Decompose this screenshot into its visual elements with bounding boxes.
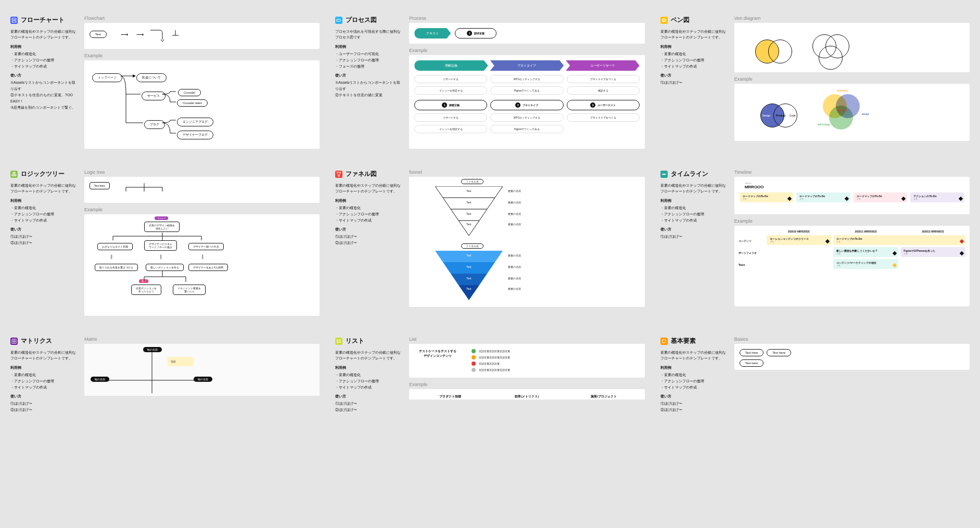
card-timeline: タイムライン 要素の構造化やステップの分岐に便利なフローチャートのテンプレートで…: [660, 170, 970, 316]
level: Text: [466, 201, 471, 204]
side: 要素の名前: [508, 212, 521, 215]
title: フローチャート: [21, 16, 65, 24]
card: ロードマップのTo-Doメモ: [833, 235, 965, 245]
dot-icon: [472, 349, 476, 353]
process-icon: [335, 17, 342, 24]
pill: プロトタイプをつくる: [567, 75, 640, 83]
preview-matrix: 軸の名前 軸の名前 軸の名前 項目: [84, 344, 320, 396]
level: Text: [466, 212, 471, 215]
card-venn: ベン図 要素の構造化やステップの分岐に便利なフローチャートのテンプレートです。 …: [660, 16, 970, 149]
label: design: [862, 112, 870, 115]
pill: Figmaでつくってみる: [490, 86, 563, 95]
pill: Text here: [740, 349, 764, 356]
example-label: Example: [84, 53, 320, 58]
top-label: Flowchart: [84, 16, 320, 21]
label: Business: [837, 89, 848, 92]
col: 202012 MRR900万: [900, 230, 965, 233]
title: プロセス図: [346, 16, 377, 24]
label: Code: [790, 114, 796, 117]
step: テキスト: [414, 28, 451, 38]
svg-rect-0: [12, 18, 16, 20]
step: 理解定義: [414, 60, 488, 71]
template-grid: フローチャート 要素の構造化やステップの分岐に便利なフローチャートのテンプレート…: [10, 16, 970, 413]
pill: イシューを特定する: [414, 125, 487, 133]
tree-icon: [10, 171, 18, 178]
card: ロードマップのTo-Doメモ: [796, 192, 850, 202]
dot-icon: [472, 362, 476, 366]
col: 202011 MRR500万: [833, 230, 898, 233]
svg-rect-5: [12, 175, 14, 176]
num-pill: 2プロトタイプ: [490, 100, 563, 110]
pill: Text here: [740, 359, 764, 367]
list-head: テストケースをテストする デザインコンテンツ: [414, 349, 461, 358]
preview-template: [734, 23, 970, 72]
sidebar: フローチャート 要素の構造化やステップの分岐に便利なフローチャートのテンプレート…: [10, 16, 78, 149]
side: 要素の名前: [508, 189, 521, 192]
level: Text: [466, 265, 471, 268]
step: ユーザーリサーチ: [566, 60, 639, 71]
level: Text: [466, 277, 471, 280]
svg-point-21: [337, 341, 338, 342]
preview-example: 202010 MRR200万 202011 MRR500万 202012 MRR…: [734, 226, 970, 306]
row-head: ポートフォリオ: [739, 247, 765, 257]
list-item: 言語言葉言語言葉言語言葉: [472, 349, 639, 353]
axis-label: 軸の名前: [143, 347, 162, 352]
card: ロードマップのTo-Doメモ: [740, 192, 794, 202]
card-flowchart: フローチャート 要素の構造化やステップの分岐に便利なフローチャートのテンプレート…: [10, 16, 320, 149]
list-item: 言語言葉言語言葉: [472, 362, 639, 366]
funnel-filled: [435, 251, 503, 300]
step-pill: 1請求言葉: [455, 28, 497, 38]
col: 202010 MRR200万: [767, 230, 832, 233]
preview-example: イシュー 企業のデザイン組織を 強化したい おざなりなコスト意識 デザイナーのス…: [84, 214, 320, 316]
card-process: プロセス図 プロセスや流れを可視化する際に便利なプロセス図です 利用例 ユーザー…: [335, 16, 644, 149]
card-list: リスト 要素の構造化やステップの分岐に便利なフローチャートのテンプレートです。 …: [335, 337, 644, 413]
pill: イシューを特定する: [414, 86, 487, 95]
label: サービス: [837, 109, 848, 112]
step: プロトタイプ: [490, 60, 564, 71]
card: ロードマップのTo-Doメモ: [854, 192, 908, 202]
connectors: [84, 60, 320, 149]
flowchart-icon: [10, 17, 18, 24]
card-funnel: ファネル図 要素の構造化やステップの分岐に便利なフローチャートのテンプレートです…: [335, 170, 644, 316]
header: ファネル名: [461, 243, 483, 249]
card-matrix: マトリクス 要素の構造化やステップの分析に便利なフローチャートのテンプレートです…: [10, 337, 320, 413]
arrow-icon: ⟶: [121, 32, 128, 37]
axes: [84, 344, 320, 396]
dot-icon: [472, 355, 476, 359]
funnel-icon: [335, 171, 342, 178]
card-basics: 基本要素 要素の構造化やステップの分岐に便利なフローチャートのテンプレートです。…: [660, 337, 970, 413]
list-item: 言語言葉言語言葉言語言葉: [472, 355, 639, 359]
node: Text here: [90, 182, 110, 189]
preview-template: Text ⟶ ⟶: [84, 23, 320, 49]
timeline-icon: [660, 171, 668, 178]
svg-rect-1: [12, 21, 16, 22]
pill: MTGセッティングする: [490, 113, 563, 122]
card: 新しい要因を判断してくださいか?メモ: [833, 247, 898, 257]
preview-template: テストケースをテストする デザインコンテンツ 言語言葉言語言葉言語言葉 言語言葉…: [409, 344, 644, 378]
level: Text: [466, 254, 471, 257]
label: Product: [776, 114, 786, 117]
side: 要素の名前: [508, 223, 521, 226]
svg-point-20: [337, 339, 338, 340]
connector-icon: [149, 29, 170, 42]
use-head: 利用例: [10, 44, 78, 49]
preview-example: プロダクト指標 効率(メトリクス) 施策/プロジェクト: [409, 389, 644, 400]
preview-template: 202012 MRROOO ロードマップのTo-Doメモ ロードマップのTo-D…: [734, 177, 970, 214]
level: Text: [466, 223, 471, 226]
dot-icon: [472, 368, 476, 372]
side: 要素の名前: [508, 287, 521, 290]
side: 要素の名前: [508, 254, 521, 257]
basics-icon: [660, 338, 668, 345]
num-pill: 1課題定義: [414, 100, 487, 110]
node: Text: [90, 31, 107, 38]
svg-rect-4: [13, 172, 15, 173]
how-head: 使い方: [10, 73, 78, 78]
svg-rect-6: [15, 175, 16, 176]
preview-template: テキスト 1請求言葉: [409, 23, 644, 44]
level: Text: [466, 189, 471, 192]
matrix-icon: [10, 338, 18, 345]
goal: MRROOO: [745, 185, 964, 189]
preview-basics: Text here Text here Text here: [734, 344, 970, 370]
label: technology: [818, 123, 830, 126]
axis-label: 軸の名前: [194, 377, 212, 382]
